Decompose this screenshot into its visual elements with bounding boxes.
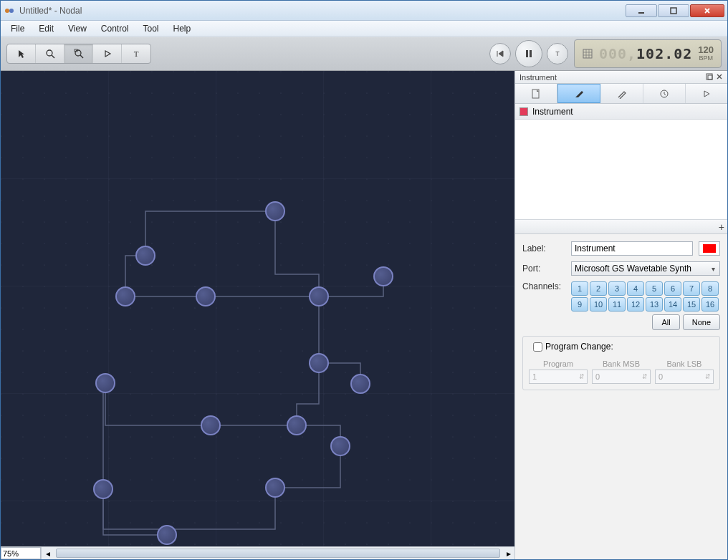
svg-rect-9 — [530, 50, 532, 57]
port-label: Port: — [522, 264, 565, 274]
channel-15[interactable]: 15 — [683, 297, 700, 312]
svg-rect-11 — [583, 49, 592, 58]
channels-label: Channels: — [522, 281, 565, 291]
titlebar[interactable]: Untitled* - Nodal — [1, 1, 727, 21]
channel-7[interactable]: 7 — [683, 281, 700, 296]
bank-lsb-spinner[interactable]: 0 — [655, 370, 714, 384]
instrument-list[interactable] — [515, 120, 727, 220]
pause-button[interactable] — [515, 40, 542, 67]
label-input[interactable] — [571, 241, 693, 256]
menu-tool[interactable]: Tool — [136, 21, 166, 36]
tool-zoom[interactable] — [36, 44, 64, 63]
horizontal-scrollbar[interactable]: ◂ ▸ — [41, 547, 514, 559]
scroll-left-button[interactable]: ◂ — [42, 547, 54, 559]
menu-edit[interactable]: Edit — [32, 21, 61, 36]
bpm-display: 120BPM — [698, 45, 714, 62]
svg-point-4 — [47, 50, 52, 56]
instrument-name: Instrument — [532, 107, 573, 117]
zoom-select[interactable] — [1, 547, 41, 559]
graph-node[interactable] — [93, 479, 113, 499]
svg-point-5 — [75, 50, 81, 56]
graph-node[interactable] — [350, 374, 370, 394]
panel-title: Instrument — [519, 73, 557, 82]
channel-9[interactable]: 9 — [571, 297, 588, 312]
graph-node[interactable] — [265, 201, 285, 221]
channel-1[interactable]: 1 — [571, 281, 588, 296]
graph-node[interactable] — [95, 373, 115, 393]
tab-draw[interactable] — [600, 84, 643, 103]
tool-play[interactable] — [93, 44, 122, 63]
rewind-button[interactable] — [489, 43, 511, 64]
graph-node[interactable] — [115, 286, 135, 306]
tab-new[interactable] — [515, 84, 557, 103]
tempo-button[interactable]: T — [547, 43, 568, 64]
tab-clock[interactable] — [643, 84, 686, 103]
graph-node[interactable] — [330, 436, 350, 456]
program-change-label: Program Change: — [545, 342, 613, 352]
channels-all-button[interactable]: All — [652, 314, 679, 330]
scroll-right-button[interactable]: ▸ — [502, 547, 514, 559]
svg-rect-14 — [1, 71, 514, 546]
tab-edit[interactable] — [557, 84, 600, 103]
svg-text:T: T — [555, 50, 560, 57]
program-spinner[interactable]: 1 — [529, 370, 588, 384]
grid-icon — [582, 48, 593, 59]
tool-zoom-region[interactable] — [64, 44, 93, 63]
svg-rect-16 — [708, 75, 712, 79]
minimize-button[interactable] — [626, 4, 657, 17]
menu-file[interactable]: File — [4, 21, 32, 36]
svg-rect-3 — [671, 8, 676, 14]
channel-5[interactable]: 5 — [646, 281, 663, 296]
channel-3[interactable]: 3 — [608, 281, 626, 296]
program-change-checkbox[interactable] — [533, 342, 542, 352]
menu-view[interactable]: View — [61, 21, 94, 36]
scroll-thumb[interactable] — [56, 549, 500, 558]
menu-control[interactable]: Control — [94, 21, 136, 36]
channel-10[interactable]: 10 — [590, 297, 607, 312]
graph-node[interactable] — [373, 266, 393, 286]
graph-node[interactable] — [309, 286, 329, 306]
close-button[interactable] — [690, 4, 724, 17]
graph-node[interactable] — [201, 415, 221, 435]
svg-point-1 — [9, 9, 14, 13]
channel-12[interactable]: 12 — [627, 297, 644, 312]
toolbar: T T 000,102.02 120BPM — [1, 37, 727, 71]
tab-play[interactable] — [686, 84, 727, 103]
add-instrument-button[interactable]: + — [719, 221, 724, 233]
menu-help[interactable]: Help — [166, 21, 198, 36]
maximize-button[interactable] — [658, 4, 689, 17]
graph-node[interactable] — [135, 246, 155, 266]
channel-14[interactable]: 14 — [664, 297, 681, 312]
position-counter: 000,102.02 — [599, 45, 692, 62]
instrument-color-icon — [519, 107, 528, 116]
graph-node[interactable] — [287, 415, 307, 435]
color-picker-button[interactable] — [699, 241, 720, 256]
channels-none-button[interactable]: None — [683, 314, 720, 330]
bank-msb-spinner[interactable]: 0 — [592, 370, 651, 384]
tool-text[interactable]: T — [122, 44, 150, 63]
channel-8[interactable]: 8 — [701, 281, 719, 296]
app-icon — [4, 5, 15, 16]
svg-point-0 — [5, 9, 9, 13]
label-label: Label: — [522, 243, 565, 254]
instrument-panel: Instrument Instrument + — [515, 71, 727, 559]
channel-6[interactable]: 6 — [664, 281, 681, 296]
svg-rect-15 — [707, 74, 712, 79]
channel-2[interactable]: 2 — [590, 281, 607, 296]
graph-node[interactable] — [196, 286, 216, 306]
graph-node[interactable] — [309, 353, 329, 373]
channel-11[interactable]: 11 — [608, 297, 626, 312]
channel-16[interactable]: 16 — [701, 297, 719, 312]
node-canvas[interactable] — [1, 71, 514, 546]
channel-4[interactable]: 4 — [627, 281, 644, 296]
channel-13[interactable]: 13 — [646, 297, 663, 312]
graph-node[interactable] — [265, 478, 285, 498]
graph-node[interactable] — [157, 525, 177, 545]
port-select[interactable]: Microsoft GS Wavetable Synth — [571, 261, 720, 276]
tool-pointer[interactable] — [7, 44, 36, 63]
svg-rect-8 — [526, 50, 528, 57]
close-panel-icon[interactable] — [716, 73, 723, 82]
undock-icon[interactable] — [706, 73, 713, 82]
instrument-list-item[interactable]: Instrument — [515, 104, 727, 120]
menubar: FileEditViewControlToolHelp — [1, 21, 727, 37]
